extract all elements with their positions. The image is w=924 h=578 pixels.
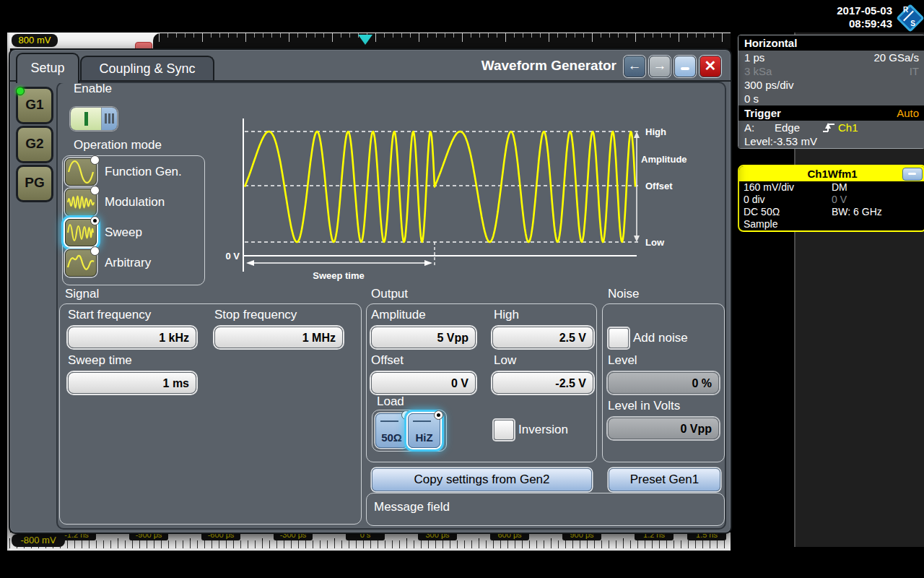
- time-ruler-top: [153, 33, 731, 48]
- stop-frequency-field[interactable]: 1 MHz: [214, 327, 343, 348]
- ch1-row: 0 div 0 V: [739, 194, 924, 206]
- amplitude-field[interactable]: 5 Vpp: [371, 327, 476, 348]
- op-mode-function-gen[interactable]: Function Gen.: [65, 158, 202, 186]
- sweep-preview-diagram: High Amplitude Offset Low 0 V Sweep time: [212, 111, 718, 288]
- horizontal-header[interactable]: Horizontal: [738, 35, 924, 51]
- low-label: Low: [494, 353, 516, 368]
- record-length-value: 3 kSa: [744, 64, 772, 78]
- slider-track-icon: [380, 420, 398, 422]
- inversion-checkbox[interactable]: [494, 420, 514, 440]
- amplitude-label: Amplitude: [371, 308, 426, 322]
- enable-toggle[interactable]: [70, 107, 118, 131]
- radio-selected-icon: [434, 410, 443, 420]
- ch1-row: DC 50Ω BW: 6 GHz: [739, 206, 924, 218]
- close-dialog-button[interactable]: ✕: [699, 56, 721, 77]
- rs-logo-letter-r: R: [903, 6, 908, 14]
- gen2-tab[interactable]: G2: [16, 126, 53, 163]
- load-hiz-button[interactable]: HiZ: [408, 413, 440, 448]
- minimize-button[interactable]: [902, 168, 923, 181]
- add-noise-checkbox[interactable]: [609, 328, 629, 348]
- op-mode-arbitrary[interactable]: Arbitrary: [65, 249, 202, 277]
- preview-zero-label: 0 V: [225, 251, 240, 262]
- enable-label: Enable: [74, 82, 112, 96]
- preview-sweep-time-label: Sweep time: [313, 270, 365, 281]
- trigger-level: Level:-3.53 mV: [744, 134, 817, 148]
- ch1-decimation: DM: [832, 181, 847, 194]
- vertical-scale-top: 800 mV: [12, 34, 58, 47]
- ruler-major-ticks: [159, 33, 731, 42]
- tab-divider: [10, 80, 731, 82]
- load-50ohm-button[interactable]: 50Ω: [375, 413, 408, 448]
- pattern-gen-tab[interactable]: PG: [16, 165, 53, 202]
- resolution-value: 1 ps: [744, 51, 764, 64]
- modulated-wave-icon: [65, 189, 97, 216]
- waveform-generator-dialog: Setup Coupling & Sync Waveform Generator…: [9, 48, 732, 534]
- date-text: 2017-05-03: [837, 4, 892, 17]
- noise-level-volts-field[interactable]: 0 Vpp: [608, 418, 719, 439]
- inversion-label: Inversion: [518, 423, 568, 437]
- forward-button[interactable]: →: [649, 56, 671, 77]
- copy-settings-button[interactable]: Copy settings from Gen2: [372, 468, 592, 491]
- time-text: 08:59:43: [837, 17, 892, 30]
- arbitrary-wave-icon: [65, 249, 97, 277]
- horizontal-title: Horizontal: [744, 35, 797, 51]
- trigger-source: Ch1: [838, 121, 858, 134]
- trigger-level-row[interactable]: Level:-3.53 mV: [738, 134, 924, 148]
- op-mode-modulation[interactable]: Modulation: [65, 188, 202, 217]
- radio-unselected-icon: [90, 155, 100, 165]
- ch1-row: 160 mV/div DM: [739, 181, 924, 194]
- edge-slope-icon: [822, 122, 835, 134]
- noise-level-field[interactable]: 0 %: [608, 372, 719, 394]
- timebase-value: 300 ps/div: [744, 78, 793, 92]
- horizontal-panel[interactable]: Horizontal 1 ps 20 GSa/s 3 kSa IT 300 ps…: [738, 35, 924, 149]
- trigger-position-marker-icon[interactable]: [358, 35, 372, 45]
- radio-unselected-icon: [90, 246, 100, 256]
- ch1-panel-title[interactable]: Ch1Wfm1: [739, 166, 924, 181]
- low-field[interactable]: -2.5 V: [492, 372, 593, 394]
- horizontal-row[interactable]: 300 ps/div: [738, 78, 924, 92]
- noise-title: Noise: [608, 287, 639, 301]
- radio-unselected-icon: [90, 186, 100, 195]
- load-label: Load: [377, 394, 404, 409]
- preview-high-label: High: [645, 126, 666, 137]
- high-field[interactable]: 2.5 V: [492, 327, 593, 348]
- preset-gen1-button[interactable]: Preset Gen1: [609, 468, 720, 491]
- signal-title: Signal: [65, 287, 99, 301]
- horizontal-row[interactable]: 3 kSa IT: [738, 64, 924, 78]
- preview-offset-label: Offset: [645, 181, 673, 191]
- toggle-off-segment[interactable]: [101, 108, 117, 130]
- rs-logo: R S: [895, 3, 923, 30]
- trigger-header[interactable]: Trigger Auto: [738, 105, 924, 121]
- minimize-dialog-button[interactable]: [674, 56, 696, 77]
- datetime-display: 2017-05-03 08:59:43: [837, 4, 892, 30]
- output-title: Output: [371, 287, 408, 301]
- ch1-bandwidth: BW: 6 GHz: [832, 206, 882, 218]
- start-frequency-label: Start frequency: [68, 308, 151, 322]
- offset-field[interactable]: 0 V: [371, 372, 476, 394]
- preview-low-label: Low: [645, 237, 665, 248]
- ch1-waveform-panel[interactable]: Ch1Wfm1 160 mV/div DM 0 div 0 V DC 50Ω B…: [738, 165, 924, 232]
- dialog-title: Waveform Generator: [481, 58, 616, 74]
- toggle-on-segment[interactable]: [71, 108, 101, 130]
- tab-setup[interactable]: Setup: [16, 53, 79, 83]
- ch1-mode: Sample: [744, 218, 777, 230]
- horizontal-row[interactable]: 1 ps 20 GSa/s: [738, 51, 924, 64]
- back-button[interactable]: ←: [624, 56, 645, 77]
- sweep-time-field[interactable]: 1 ms: [68, 372, 196, 394]
- trigger-type: Edge: [775, 121, 816, 134]
- toggle-on-icon: [84, 112, 88, 126]
- gen1-tab[interactable]: G1: [16, 87, 53, 124]
- tab-coupling-sync[interactable]: Coupling & Sync: [80, 56, 214, 82]
- sweep-time-label: Sweep time: [68, 353, 132, 368]
- horizontal-row[interactable]: 0 s: [738, 92, 924, 105]
- trigger-source-row[interactable]: A: Edge Ch1: [738, 121, 924, 134]
- ch1-coupling: DC 50Ω: [744, 206, 780, 217]
- gen1-active-dot: [16, 87, 25, 95]
- sample-rate-value: 20 GSa/s: [873, 51, 919, 64]
- ch1-row: Sample: [739, 218, 924, 230]
- op-mode-sweep[interactable]: Sweep: [65, 218, 202, 247]
- noise-level-volts-label: Level in Volts: [608, 399, 680, 413]
- start-frequency-field[interactable]: 1 kHz: [68, 327, 196, 348]
- ch1-scale: 160 mV/div: [744, 181, 794, 193]
- sine-wave-icon: [65, 158, 97, 186]
